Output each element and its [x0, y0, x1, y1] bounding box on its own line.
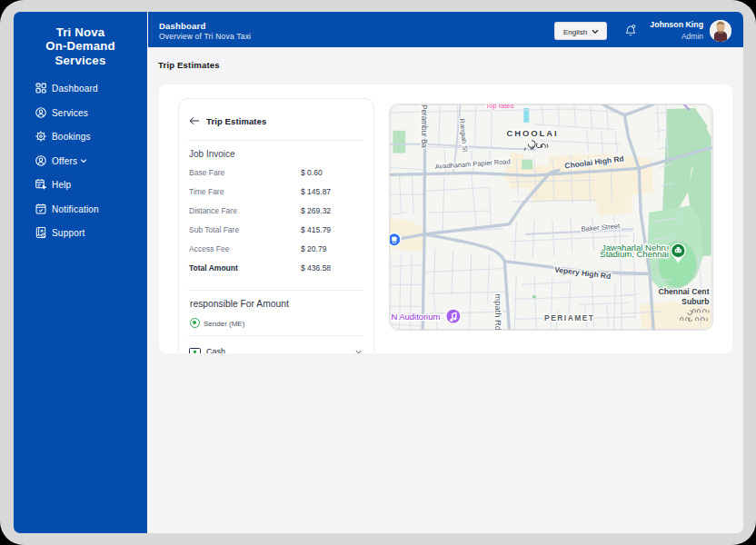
svg-text:CHOOLAI: CHOOLAI: [506, 128, 558, 138]
svg-text:PERIAMET: PERIAMET: [544, 313, 594, 322]
svg-text:mpath Rd: mpath Rd: [493, 293, 503, 331]
svg-text:Chennai Cent: Chennai Cent: [658, 287, 709, 296]
svg-text:Suburb: Suburb: [681, 297, 710, 306]
svg-text:Stadium, Chennai: Stadium, Chennai: [600, 249, 669, 259]
svg-text:Perambur Ba: Perambur Ba: [420, 104, 428, 148]
svg-text:N Auditorium: N Auditorium: [391, 312, 440, 322]
svg-text:Top rated: Top rated: [486, 104, 514, 110]
